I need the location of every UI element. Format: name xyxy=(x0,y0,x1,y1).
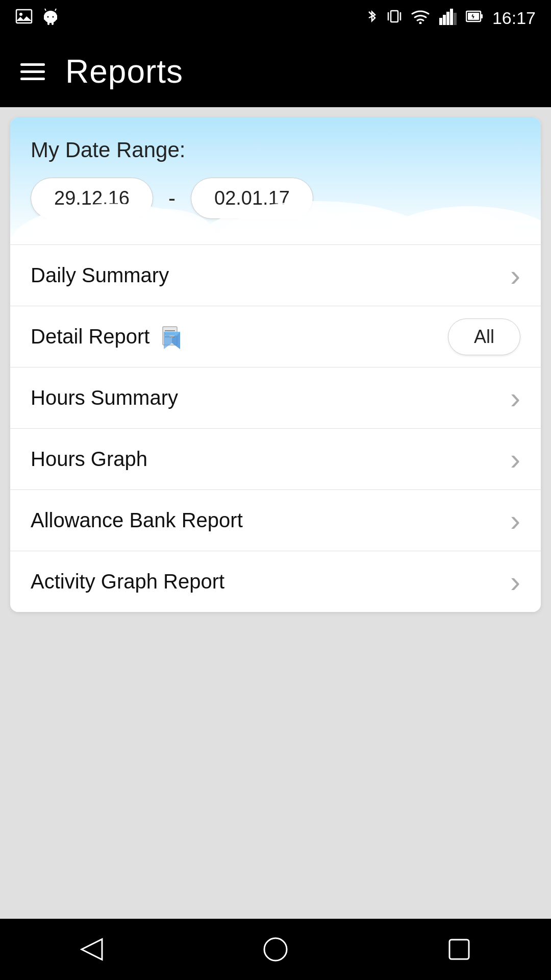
chevron-right-icon xyxy=(510,567,520,597)
chevron-right-icon xyxy=(510,260,520,291)
activity-graph-label: Activity Graph Report xyxy=(31,570,224,593)
image-icon xyxy=(15,8,33,29)
back-button[interactable] xyxy=(66,929,117,970)
recents-button[interactable] xyxy=(434,929,485,970)
svg-rect-18 xyxy=(450,9,453,25)
svg-marker-41 xyxy=(82,939,102,960)
svg-point-42 xyxy=(264,938,287,961)
svg-point-5 xyxy=(47,16,49,17)
all-filter-button[interactable]: All xyxy=(448,318,520,355)
svg-point-6 xyxy=(53,16,54,17)
svg-line-3 xyxy=(45,9,46,11)
report-item-daily-summary[interactable]: Daily Summary xyxy=(10,244,541,306)
svg-rect-19 xyxy=(454,13,457,25)
hamburger-menu-icon[interactable] xyxy=(20,63,45,80)
report-item-allowance-bank[interactable]: Allowance Bank Report xyxy=(10,489,541,551)
battery-icon xyxy=(466,8,483,29)
date-range-label: My Date Range: xyxy=(31,138,520,162)
svg-point-14 xyxy=(419,21,421,24)
svg-rect-43 xyxy=(449,940,469,959)
svg-point-1 xyxy=(19,13,22,16)
svg-rect-8 xyxy=(55,15,57,20)
status-bar: 16:17 xyxy=(0,0,551,36)
chevron-right-icon xyxy=(510,444,520,475)
hours-graph-label: Hours Graph xyxy=(31,448,147,471)
status-left-icons xyxy=(15,8,58,29)
svg-rect-7 xyxy=(44,15,46,20)
svg-rect-21 xyxy=(481,14,483,18)
vibrate-icon xyxy=(387,8,402,29)
report-item-detail-report[interactable]: Detail Report All xyxy=(10,306,541,367)
svg-rect-11 xyxy=(391,11,398,22)
status-right-icons: 16:17 xyxy=(366,8,536,29)
detail-report-label: Detail Report xyxy=(31,325,149,348)
bottom-nav xyxy=(0,919,551,980)
app-bar: Reports xyxy=(0,36,551,107)
svg-line-4 xyxy=(55,9,56,11)
allowance-bank-label: Allowance Bank Report xyxy=(31,509,243,532)
svg-rect-10 xyxy=(52,21,54,25)
svg-rect-16 xyxy=(443,15,446,25)
wifi-icon xyxy=(411,9,430,28)
hours-summary-label: Hours Summary xyxy=(31,386,178,409)
report-item-activity-graph[interactable]: Activity Graph Report xyxy=(10,551,541,612)
svg-rect-9 xyxy=(47,21,49,25)
chevron-right-icon xyxy=(510,383,520,413)
main-content: My Date Range: 29.12.16 - 02.01.17 Daily… xyxy=(0,107,551,622)
report-item-hours-graph[interactable]: Hours Graph xyxy=(10,428,541,489)
status-time: 16:17 xyxy=(492,8,536,28)
signal-icon xyxy=(439,8,457,29)
bluetooth-icon xyxy=(366,8,378,29)
svg-rect-17 xyxy=(446,12,449,25)
android-icon xyxy=(43,8,58,29)
svg-rect-15 xyxy=(439,18,442,25)
filter-icon[interactable] xyxy=(160,325,184,349)
date-range-section: My Date Range: 29.12.16 - 02.01.17 xyxy=(10,117,541,244)
svg-rect-0 xyxy=(16,10,32,23)
reports-card: My Date Range: 29.12.16 - 02.01.17 Daily… xyxy=(10,117,541,612)
page-title: Reports xyxy=(65,53,183,90)
home-button[interactable] xyxy=(250,929,301,970)
daily-summary-label: Daily Summary xyxy=(31,264,169,287)
chevron-right-icon xyxy=(510,505,520,536)
report-item-hours-summary[interactable]: Hours Summary xyxy=(10,367,541,428)
